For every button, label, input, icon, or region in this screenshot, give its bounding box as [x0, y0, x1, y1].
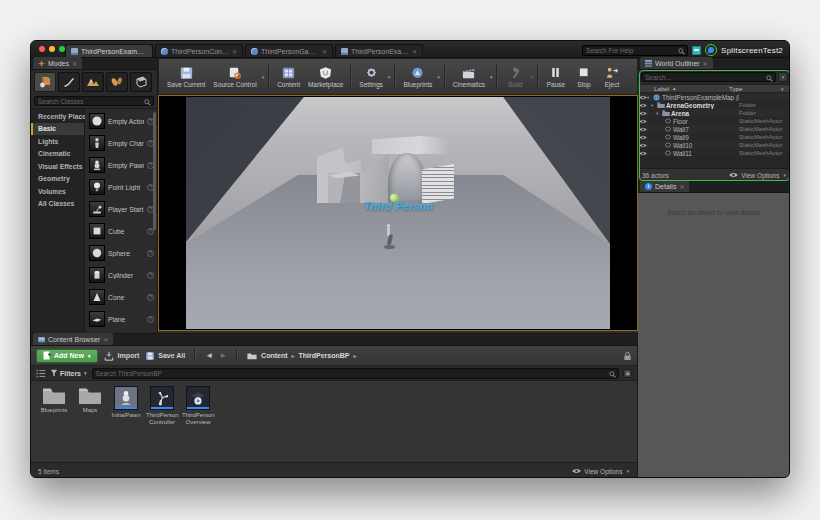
breadcrumb-content[interactable]: Content [261, 352, 287, 359]
place-item-player-start[interactable]: Player Start? [85, 198, 157, 220]
close-tab-icon[interactable]: ✕ [103, 336, 108, 343]
outliner-row-floor[interactable]: Floor StaticMeshActor [638, 117, 790, 125]
save-search-icon[interactable]: ▣ [623, 369, 632, 378]
feedback-chat-icon[interactable] [692, 46, 701, 55]
category-geometry[interactable]: Geometry [31, 173, 84, 186]
outliner-search-field[interactable] [642, 73, 775, 81]
close-tab-icon[interactable]: ✕ [232, 48, 237, 55]
category-lights[interactable]: Lights [31, 135, 84, 148]
filters-button[interactable]: Filters ▾ [50, 369, 88, 377]
dropdown-caret-icon[interactable]: ▾ [437, 74, 440, 80]
category-all-classes[interactable]: All Classes [31, 198, 84, 211]
tab-content-browser[interactable]: Content Browser ✕ [33, 333, 113, 345]
category-recently-placed[interactable]: Recently Placed [31, 110, 84, 123]
help-circle-icon[interactable]: ? [147, 250, 154, 257]
content-button[interactable]: Content [273, 63, 304, 90]
outliner-view-options-button[interactable]: View Options ▾ [729, 172, 787, 179]
highlighted-session-icon[interactable] [705, 44, 717, 56]
asset-maps-folder[interactable]: Maps [76, 386, 104, 414]
help-circle-icon[interactable]: ? [147, 294, 154, 301]
place-item-cylinder[interactable]: Cylinder? [85, 264, 157, 286]
eye-icon[interactable] [638, 119, 647, 124]
tab-thirdpersonexamplemap[interactable]: ThirdPersonExampleMap [65, 44, 153, 57]
search-classes-field[interactable] [35, 97, 153, 105]
content-search-input[interactable] [92, 368, 619, 379]
place-item-empty-character[interactable]: Empty Character? [85, 132, 157, 154]
back-arrow-icon[interactable]: ◄ [205, 351, 213, 360]
breadcrumb-thirdpersonbp[interactable]: ThirdPersonBP [299, 352, 350, 359]
stop-button[interactable]: Stop [570, 63, 598, 90]
content-view-options-button[interactable]: View Options ▾ [572, 468, 630, 475]
sources-panel-icon[interactable] [36, 369, 46, 378]
marketplace-button[interactable]: Marketplace [304, 63, 347, 90]
place-mode-button[interactable] [34, 72, 56, 92]
category-volumes[interactable]: Volumes [31, 185, 84, 198]
column-filter-icon[interactable]: ▾ [781, 86, 790, 92]
eye-icon[interactable] [638, 135, 647, 140]
minimize-window-button[interactable] [49, 46, 55, 52]
eye-icon[interactable] [638, 127, 647, 132]
source-control-button[interactable]: Source Control [209, 63, 260, 90]
pie-viewport[interactable]: Third Person [158, 95, 638, 331]
lock-icon[interactable] [623, 351, 632, 361]
cinematics-button[interactable]: Cinematics [449, 63, 489, 90]
foliage-mode-button[interactable] [106, 72, 128, 92]
blueprints-button[interactable]: Blueprints [399, 63, 436, 90]
place-item-point-light[interactable]: Point Light? [85, 176, 157, 198]
column-label[interactable]: Label [654, 85, 669, 92]
tab-world-outliner[interactable]: World Outliner ✕ [640, 57, 713, 69]
outliner-row-wall7[interactable]: Wall7 StaticMeshActor [638, 125, 790, 133]
tab-thirdpersoncontroller[interactable]: ThirdPersonController ✕ [155, 44, 243, 57]
scrollbar[interactable] [153, 112, 156, 230]
close-tab-icon[interactable]: ✕ [703, 60, 708, 67]
asset-initialpawn[interactable]: InitialPawn [112, 386, 140, 419]
eye-icon[interactable] [638, 151, 647, 156]
forward-arrow-icon[interactable]: ► [219, 351, 227, 360]
close-tab-icon[interactable]: ✕ [679, 183, 684, 190]
place-item-cube[interactable]: Cube? [85, 220, 157, 242]
build-button[interactable]: Build [501, 63, 529, 90]
place-item-sphere[interactable]: Sphere? [85, 242, 157, 264]
close-window-button[interactable] [39, 46, 45, 52]
tab-thirdpersonexamplemap-2[interactable]: ThirdPersonExampleMap ✕ [335, 44, 423, 57]
close-tab-icon[interactable]: ✕ [72, 60, 77, 67]
tab-thirdpersongamemode[interactable]: ThirdPersonGameMode ✕ [245, 44, 333, 57]
dropdown-caret-icon[interactable]: ▾ [490, 74, 493, 80]
outliner-row-wall9[interactable]: Wall9 StaticMeshActor [638, 133, 790, 141]
help-circle-icon[interactable]: ? [147, 316, 154, 323]
search-for-help-input[interactable] [582, 45, 688, 56]
settings-button[interactable]: Settings [355, 63, 387, 90]
eye-icon[interactable] [638, 95, 647, 100]
paint-mode-button[interactable] [58, 72, 80, 92]
eye-icon[interactable] [638, 103, 647, 108]
eye-icon[interactable] [638, 111, 647, 116]
help-circle-icon[interactable]: ? [147, 272, 154, 279]
import-button[interactable]: Import [104, 351, 139, 361]
outliner-row-arena[interactable]: ▾ Arena Folder [638, 109, 790, 117]
search-for-help-field[interactable] [583, 46, 687, 55]
eye-icon[interactable] [638, 143, 647, 148]
content-search-field[interactable] [93, 369, 618, 378]
place-item-cone[interactable]: Cone? [85, 286, 157, 308]
outliner-settings-icon[interactable]: ▾ [778, 72, 788, 82]
close-tab-icon[interactable]: ✕ [322, 48, 327, 55]
asset-thirdperson-controller[interactable]: ThirdPerson Controller [148, 386, 176, 426]
landscape-mode-button[interactable] [82, 72, 104, 92]
category-cinematic[interactable]: Cinematic [31, 148, 84, 161]
outliner-row-wall10[interactable]: Wall10 StaticMeshActor [638, 141, 790, 149]
dropdown-caret-icon[interactable]: ▾ [388, 74, 391, 80]
place-item-plane[interactable]: Plane? [85, 308, 157, 330]
pause-button[interactable]: Pause [542, 63, 570, 90]
asset-blueprints-folder[interactable]: Blueprints [40, 386, 68, 414]
geometry-mode-button[interactable] [130, 72, 152, 92]
dropdown-caret-icon[interactable]: ▾ [262, 74, 265, 80]
eject-button[interactable]: Eject [598, 63, 626, 90]
place-item-empty-pawn[interactable]: Empty Pawn? [85, 154, 157, 176]
tab-modes[interactable]: Modes ✕ [33, 57, 82, 69]
save-current-button[interactable]: Save Current [163, 63, 209, 90]
outliner-row-wall11[interactable]: Wall11 StaticMeshActor [638, 149, 790, 157]
add-new-button[interactable]: Add New ▾ [36, 349, 98, 363]
asset-thirdperson-overview[interactable]: ThirdPerson Overview [184, 386, 212, 426]
outliner-row-arenageometry[interactable]: ▾ ArenaGeometry Folder [638, 101, 790, 109]
search-classes-input[interactable] [34, 96, 154, 106]
